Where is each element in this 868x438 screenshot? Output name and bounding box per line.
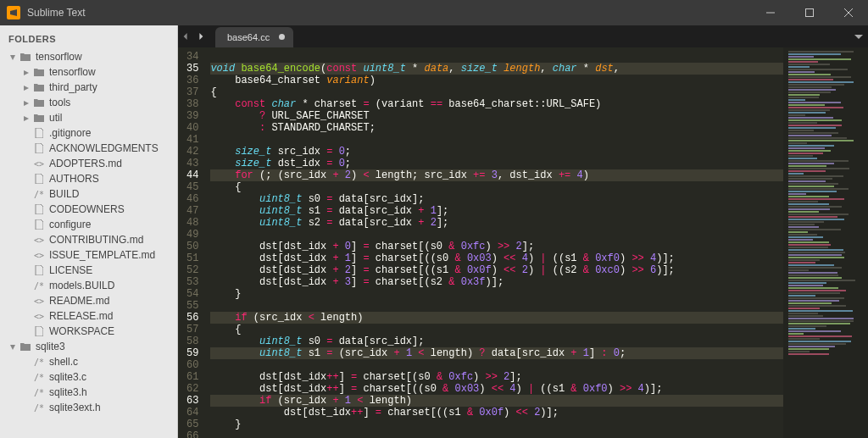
line-number-gutter[interactable]: 3435363738394041424344454647484950515253… [178,47,205,438]
line-number[interactable]: 58 [186,335,198,347]
tree-folder[interactable]: ▸util [0,110,177,125]
tree-file[interactable]: /*sqlite3.h [0,385,177,400]
line-number[interactable]: 66 [186,430,198,438]
line-number[interactable]: 38 [186,98,198,110]
close-button[interactable] [829,0,868,25]
line-number[interactable]: 49 [186,229,198,241]
tree-file[interactable]: <>CONTRIBUTING.md [0,232,177,247]
code-line[interactable]: uint8_t s2 = data[src_idx + 2]; [210,217,783,229]
code-content[interactable]: void base64_encode(const uint8_t * data,… [205,47,783,438]
line-number[interactable]: 60 [186,359,198,371]
tree-file[interactable]: /*shell.c [0,354,177,369]
code-line[interactable]: } [210,419,783,430]
tree-file[interactable]: CODEOWNERS [0,202,177,217]
code-line[interactable]: { [210,181,783,193]
code-line[interactable]: dst[dst_idx++] = charset[((s1 & 0x0f) <<… [210,407,783,419]
line-number[interactable]: 59 [186,347,198,359]
minimize-button[interactable] [751,0,790,25]
nav-forward-button[interactable] [193,25,209,47]
code-line[interactable]: if (src_idx < length) [210,312,783,324]
code-line[interactable]: ? URL_SAFE_CHARSET [210,110,783,122]
tree-file[interactable]: configure [0,217,177,232]
code-line[interactable] [210,300,783,312]
line-number[interactable]: 34 [186,51,198,63]
line-number[interactable]: 41 [186,134,198,146]
line-number[interactable]: 37 [186,86,198,98]
line-number[interactable]: 61 [186,371,198,383]
code-line[interactable] [210,134,783,146]
tree-folder[interactable]: ▾tensorflow [0,49,177,64]
line-number[interactable]: 35 [186,63,198,75]
tree-file[interactable]: <>ISSUE_TEMPLATE.md [0,247,177,263]
tree-file[interactable]: .gitignore [0,125,177,141]
code-line[interactable]: for (; (src_idx + 2) < length; src_idx +… [210,169,783,181]
code-line[interactable]: uint8_t s0 = data[src_idx]; [210,335,783,347]
code-line[interactable]: uint8_t s1 = data[src_idx + 1]; [210,205,783,217]
code-line[interactable]: dst[dst_idx++] = charset[(s0 & 0xfc) >> … [210,371,783,383]
tree-file[interactable]: /*sqlite3.c [0,369,177,385]
line-number[interactable]: 65 [186,419,198,430]
tree-folder[interactable]: ▸tensorflow [0,64,177,80]
maximize-button[interactable] [790,0,829,25]
code-line[interactable]: dst[dst_idx + 0] = charset[(s0 & 0xfc) >… [210,241,783,252]
line-number[interactable]: 62 [186,383,198,395]
tab-overflow-button[interactable] [849,25,868,47]
tree-file[interactable]: WORKSPACE [0,324,177,339]
code-line[interactable]: uint8_t s1 = (src_idx + 1 < length) ? da… [210,347,783,359]
line-number[interactable]: 36 [186,75,198,86]
line-number[interactable]: 47 [186,205,198,217]
tree-file[interactable]: ACKNOWLEDGMENTS [0,141,177,156]
tree-folder[interactable]: ▸third_party [0,80,177,95]
tree-file[interactable]: <>README.md [0,293,177,308]
code-line[interactable]: { [210,86,783,98]
editor-area[interactable]: 3435363738394041424344454647484950515253… [178,47,868,438]
line-number[interactable]: 50 [186,241,198,252]
nav-back-button[interactable] [178,25,193,47]
code-line[interactable]: uint8_t s0 = data[src_idx]; [210,193,783,205]
tree-folder[interactable]: ▸tools [0,95,177,110]
code-line[interactable]: const char * charset = (variant == base6… [210,98,783,110]
line-number[interactable]: 51 [186,252,198,264]
tree-folder[interactable]: ▾sqlite3 [0,339,177,354]
tree-file[interactable]: LICENSE [0,263,177,278]
line-number[interactable]: 53 [186,276,198,288]
line-number[interactable]: 55 [186,300,198,312]
code-line[interactable]: : STANDARD_CHARSET; [210,122,783,134]
code-line[interactable]: dst[dst_idx++] = charset[((s0 & 0x03) <<… [210,383,783,395]
tree-file[interactable]: <>ADOPTERS.md [0,156,177,171]
code-line[interactable]: void base64_encode(const uint8_t * data,… [210,63,783,75]
line-number[interactable]: 44 [186,169,198,181]
line-number[interactable]: 46 [186,193,198,205]
code-line[interactable] [210,51,783,63]
line-number[interactable]: 39 [186,110,198,122]
line-number[interactable]: 42 [186,146,198,158]
code-line[interactable] [210,359,783,371]
tree-file[interactable]: <>RELEASE.md [0,308,177,324]
line-number[interactable]: 54 [186,288,198,300]
sidebar[interactable]: FOLDERS ▾tensorflow▸tensorflow▸third_par… [0,25,178,438]
line-number[interactable]: 48 [186,217,198,229]
code-line[interactable]: dst[dst_idx + 1] = charset[((s0 & 0x03) … [210,252,783,264]
code-line[interactable]: dst[dst_idx + 2] = charset[((s1 & 0x0f) … [210,264,783,276]
code-line[interactable]: size_t dst_idx = 0; [210,158,783,169]
code-line[interactable]: size_t src_idx = 0; [210,146,783,158]
minimap[interactable] [783,47,868,438]
line-number[interactable]: 43 [186,158,198,169]
line-number[interactable]: 56 [186,312,198,324]
code-line[interactable]: base64_charset variant) [210,75,783,86]
line-number[interactable]: 52 [186,264,198,276]
line-number[interactable]: 57 [186,324,198,335]
tab-base64-cc[interactable]: base64.cc [215,27,293,47]
line-number[interactable]: 64 [186,407,198,419]
tree-file[interactable]: /*sqlite3ext.h [0,400,177,415]
tree-file[interactable]: AUTHORS [0,171,177,186]
code-line[interactable]: { [210,324,783,335]
line-number[interactable]: 45 [186,181,198,193]
code-line[interactable] [210,229,783,241]
code-line[interactable]: dst[dst_idx + 3] = charset[(s2 & 0x3f)]; [210,276,783,288]
tree-file[interactable]: /*BUILD [0,186,177,202]
code-line[interactable] [210,430,783,438]
code-line[interactable]: if (src_idx + 1 < length) [210,395,783,407]
line-number[interactable]: 63 [186,395,198,407]
code-line[interactable]: } [210,288,783,300]
